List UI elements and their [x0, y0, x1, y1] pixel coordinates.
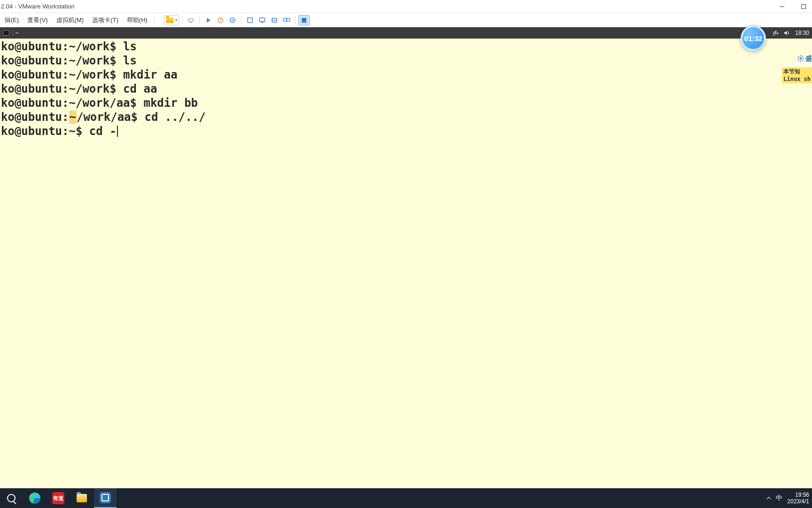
terminal-line: ko@ubuntu:~/work/aa$ mkdir bb [1, 96, 811, 110]
vmware-toolbar: ▾ [164, 15, 310, 25]
taskbar-app-explorer[interactable] [70, 488, 93, 508]
note-line: Linux sh [783, 75, 811, 83]
taskbar-app-youdao[interactable]: 有道 [47, 488, 70, 508]
menu-vm[interactable]: 虚拟机(M) [53, 14, 88, 26]
watermark-text: 盛 [805, 51, 812, 65]
windows-taskbar: 有道 中 19:56 2023/4/1 [0, 488, 812, 508]
lesson-note-panel: 本节知 Linux sh [782, 67, 812, 83]
toolbar-separator [295, 16, 296, 24]
terminal-line: ko@ubuntu:~/work/aa$ cd ../../ [1, 110, 811, 124]
unity-button[interactable] [244, 15, 256, 25]
svg-rect-15 [287, 18, 290, 21]
start-search-button[interactable] [0, 488, 23, 508]
svg-line-23 [798, 56, 799, 57]
window-title: 2.04 - VMware Workstation [1, 3, 75, 10]
svg-point-8 [232, 19, 233, 21]
note-line: 本节知 [783, 68, 811, 75]
channel-watermark: 盛 [797, 51, 812, 65]
terminal-line: ko@ubuntu:~/work$ cd aa [1, 82, 811, 96]
stretch-button[interactable] [269, 15, 280, 25]
svg-point-18 [800, 57, 802, 59]
taskbar-app-edge[interactable] [23, 488, 46, 508]
vmware-icon [100, 492, 111, 503]
svg-marker-4 [207, 18, 211, 23]
menu-edit[interactable]: 辑(E) [1, 14, 23, 26]
panel-window-title: : ~ [12, 30, 19, 36]
terminal-line: ko@ubuntu:~/work$ ls [1, 40, 811, 54]
suspend-button[interactable] [215, 15, 226, 25]
tray-expand-button[interactable] [766, 496, 771, 500]
menu-tabs[interactable]: 选项卡(T) [88, 14, 122, 26]
svg-rect-9 [248, 18, 252, 23]
svg-line-25 [798, 60, 799, 61]
menu-help[interactable]: 帮助(H) [123, 14, 151, 26]
terminal-body[interactable]: 盛 本节知 Linux sh ko@ubuntu:~/work$ ls ko@u… [0, 39, 812, 488]
taskbar-app-vmware[interactable] [94, 488, 117, 508]
svg-line-26 [802, 56, 803, 57]
toolbar-separator [241, 16, 242, 24]
window-minimize-button[interactable] [775, 0, 789, 13]
terminal-line: ko@ubuntu:~/work$ mkdir aa [1, 68, 811, 82]
toolbar-separator [154, 16, 155, 24]
svg-rect-10 [259, 18, 265, 22]
fullscreen-button[interactable] [298, 15, 310, 25]
menu-view[interactable]: 查看(V) [23, 14, 51, 26]
volume-icon[interactable] [784, 30, 790, 36]
svg-rect-2 [188, 19, 193, 22]
ime-indicator[interactable]: 中 [776, 494, 782, 502]
ubuntu-top-panel: : ~ 18:30 [0, 27, 812, 39]
svg-rect-1 [802, 4, 806, 8]
window-maximize-button[interactable] [797, 0, 810, 13]
snapshot-button[interactable] [227, 15, 238, 25]
svg-rect-14 [283, 18, 287, 21]
edge-icon [29, 492, 40, 504]
file-explorer-icon [77, 494, 87, 502]
chevron-down-icon: ▾ [175, 18, 177, 22]
terminal-icon [3, 30, 9, 36]
vmware-title-bar: 2.04 - VMware Workstation [0, 0, 812, 13]
toolbar-separator [199, 16, 200, 24]
taskbar-clock[interactable]: 19:56 2023/4/1 [787, 492, 809, 505]
taskbar-date: 2023/4/1 [787, 498, 809, 505]
toolbar-separator [182, 16, 182, 24]
terminal-line: ko@ubuntu:~/work$ ls [1, 54, 811, 68]
connect-device-button[interactable] [185, 15, 196, 25]
svg-marker-17 [784, 31, 787, 35]
cursor-highlight: ~ [69, 111, 77, 124]
console-button[interactable] [257, 15, 268, 25]
search-icon [7, 494, 16, 502]
network-icon[interactable] [773, 30, 779, 36]
svg-rect-16 [302, 18, 306, 23]
video-timer-overlay: 01:32 [741, 25, 766, 51]
multi-monitor-button[interactable] [281, 15, 292, 25]
taskbar-time: 19:56 [787, 492, 809, 498]
terminal-line-active: ko@ubuntu:~$ cd - [1, 124, 811, 138]
vmware-menu-bar: 辑(E) 查看(V) 虚拟机(M) 选项卡(T) 帮助(H) ▾ [0, 13, 812, 27]
library-dropdown[interactable]: ▾ [164, 15, 179, 25]
svg-line-24 [802, 60, 803, 61]
power-on-button[interactable] [203, 15, 214, 25]
panel-clock[interactable]: 18:30 [795, 30, 809, 36]
folder-icon [166, 17, 173, 23]
youdao-icon: 有道 [52, 492, 64, 504]
video-timer-text: 01:32 [744, 34, 762, 42]
